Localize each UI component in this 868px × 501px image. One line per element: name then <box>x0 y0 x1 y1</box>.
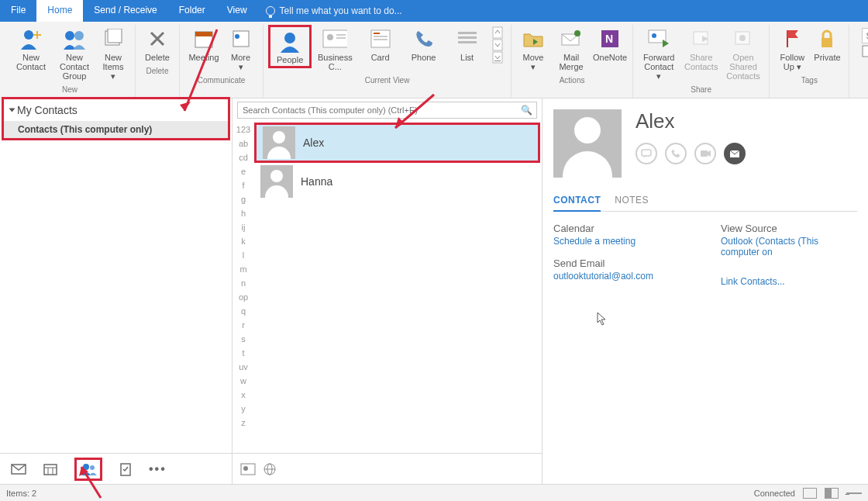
group-tags-label: Tags <box>801 74 818 88</box>
new-contact-button[interactable]: New Contact <box>9 25 53 74</box>
mail-switch-icon[interactable] <box>11 464 26 475</box>
alpha-z[interactable]: z <box>241 418 246 427</box>
svg-rect-14 <box>336 34 346 36</box>
zoom-slider-icon[interactable]: − <box>846 492 862 494</box>
alpha-e[interactable]: e <box>241 167 246 176</box>
alpha-r[interactable]: r <box>242 320 245 330</box>
private-button[interactable]: Private <box>810 25 844 65</box>
mail-merge-icon <box>559 26 584 51</box>
business-card-icon <box>322 26 347 51</box>
source-link[interactable]: Outlook (Contacts (This computer on <box>721 236 857 257</box>
alpha-m[interactable]: m <box>239 264 246 274</box>
onenote-button[interactable]: N OneNote <box>592 25 628 65</box>
my-contacts-header[interactable]: My Contacts <box>4 99 228 121</box>
svg-point-47 <box>83 464 89 470</box>
alpha-k[interactable]: k <box>241 237 246 246</box>
tell-me-label: Tell me what you want to do... <box>280 5 402 16</box>
calendar-switch-icon[interactable] <box>43 463 57 475</box>
more-switch-icon[interactable]: ••• <box>149 462 167 476</box>
nav-contacts-local[interactable]: Contacts (This computer only) <box>4 121 228 138</box>
call-action-icon[interactable] <box>665 143 687 164</box>
schedule-meeting-link[interactable]: Schedule a meeting <box>553 236 636 247</box>
svg-rect-52 <box>241 464 255 475</box>
alpha-h[interactable]: h <box>241 209 246 218</box>
contact-name-label: Alex <box>303 136 324 149</box>
email-address-link[interactable]: outlooktutorial@aol.com <box>553 271 653 282</box>
svg-rect-17 <box>374 33 380 34</box>
new-items-button[interactable]: New Items ▾ <box>96 25 130 84</box>
move-button[interactable]: Move ▾ <box>516 25 550 74</box>
svg-point-0 <box>24 30 33 40</box>
forward-contact-button[interactable]: Forward Contact ▾ <box>638 25 680 84</box>
contact-card-icon[interactable] <box>240 463 256 475</box>
alpha-op[interactable]: op <box>239 292 248 302</box>
svg-point-35 <box>739 35 746 41</box>
contact-row[interactable]: Hanna <box>254 164 542 199</box>
address-book-button[interactable]: Address Book <box>862 45 868 57</box>
alpha-y[interactable]: y <box>241 404 246 413</box>
mail-merge-button[interactable]: Mail Merge <box>550 25 592 74</box>
svg-rect-9 <box>233 31 249 47</box>
alpha-ij[interactable]: ij <box>242 223 246 232</box>
more-communicate-button[interactable]: More ▾ <box>223 25 258 74</box>
reading-view-icon[interactable] <box>825 488 839 499</box>
alpha-index[interactable]: 123abcdefghijklmnopqrstuvwxyz <box>232 122 254 453</box>
globe-icon[interactable] <box>264 463 276 475</box>
delete-button[interactable]: Delete <box>140 25 174 65</box>
list-view-button[interactable]: List <box>446 25 489 65</box>
svg-rect-18 <box>374 36 388 37</box>
new-contact-group-button[interactable]: New Contact Group <box>53 25 96 84</box>
alpha-s[interactable]: s <box>241 334 246 344</box>
notes-tab[interactable]: NOTES <box>615 192 649 211</box>
phone-view-button[interactable]: Phone <box>402 25 446 65</box>
alpha-x[interactable]: x <box>241 390 246 399</box>
follow-up-button[interactable]: Follow Up ▾ <box>774 25 810 74</box>
phone-icon <box>412 26 436 51</box>
bulb-icon <box>266 6 275 16</box>
email-action-icon[interactable] <box>724 143 746 164</box>
contact-tab[interactable]: CONTACT <box>553 192 601 212</box>
business-card-button[interactable]: Business C... <box>312 25 358 74</box>
view-gallery-scroll[interactable] <box>489 25 506 68</box>
alpha-q[interactable]: q <box>241 306 246 316</box>
share-contacts-button[interactable]: Share Contacts <box>680 25 722 74</box>
svg-rect-15 <box>336 37 346 39</box>
send-email-heading: Send Email <box>553 257 690 269</box>
svg-rect-43 <box>44 465 57 475</box>
tab-folder[interactable]: Folder <box>168 0 216 22</box>
alpha-cd[interactable]: cd <box>239 153 248 162</box>
open-shared-button[interactable]: Open Shared Contacts <box>722 25 764 84</box>
card-view-button[interactable]: Card <box>359 25 402 65</box>
contact-row[interactable]: Alex <box>257 125 538 161</box>
meeting-button[interactable]: Meeting <box>184 25 223 65</box>
tell-me[interactable]: Tell me what you want to do... <box>258 0 410 22</box>
alpha-w[interactable]: w <box>240 376 246 385</box>
move-folder-icon <box>521 26 546 51</box>
alpha-t[interactable]: t <box>242 348 244 358</box>
tab-home[interactable]: Home <box>36 0 83 22</box>
alpha-uv[interactable]: uv <box>239 362 248 371</box>
search-icon[interactable]: 🔍 <box>521 105 532 116</box>
alpha-f[interactable]: f <box>242 181 244 190</box>
search-contacts-input[interactable] <box>237 102 537 119</box>
alpha-ab[interactable]: ab <box>239 139 248 148</box>
alpha-n[interactable]: n <box>241 278 246 288</box>
search-people-input[interactable] <box>862 28 868 43</box>
tasks-switch-icon[interactable] <box>119 462 132 476</box>
link-contacts-link[interactable]: Link Contacts... <box>721 276 785 287</box>
alpha-g[interactable]: g <box>241 195 246 204</box>
normal-view-icon[interactable] <box>803 488 817 499</box>
alpha-123[interactable]: 123 <box>236 125 250 134</box>
people-group-icon <box>62 26 87 51</box>
tab-file[interactable]: File <box>0 0 36 22</box>
share-icon <box>689 26 714 51</box>
tab-send-receive[interactable]: Send / Receive <box>83 0 167 22</box>
tab-view[interactable]: View <box>216 0 258 22</box>
more-icon <box>229 26 253 51</box>
im-action-icon[interactable] <box>636 143 657 164</box>
people-view-button[interactable]: People <box>268 25 312 68</box>
address-book-icon <box>862 45 868 57</box>
alpha-l[interactable]: l <box>243 250 244 260</box>
people-switch-icon[interactable] <box>74 458 102 481</box>
video-action-icon[interactable] <box>694 143 716 164</box>
